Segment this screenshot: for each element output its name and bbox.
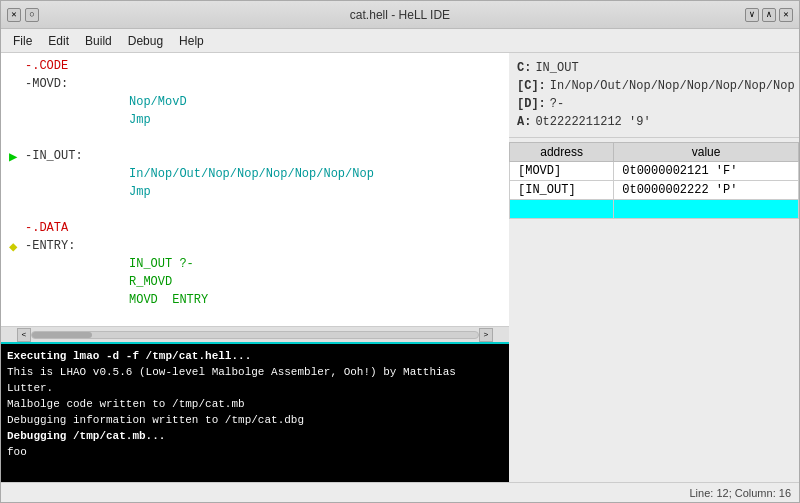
table-cell-addr-3	[510, 200, 614, 219]
info-row-a: A: 0t2222211212 '9'	[517, 113, 791, 131]
code-text-13: R_MOVD	[129, 275, 172, 289]
menu-build[interactable]: Build	[77, 32, 120, 50]
c-label: C:	[517, 59, 531, 77]
table-cell-addr-1: [MOVD]	[510, 162, 614, 181]
menu-debug[interactable]: Debug	[120, 32, 171, 50]
nav-button-2[interactable]: ∧	[762, 8, 776, 22]
right-panel: C: IN_OUT [C]: In/Nop/Out/Nop/Nop/Nop/No…	[509, 53, 799, 482]
table-row-1: [MOVD] 0t0000002121 'F'	[510, 162, 799, 181]
code-line-8: Jmp	[9, 183, 501, 201]
scroll-left-button[interactable]: <	[17, 328, 31, 342]
scroll-right-button[interactable]: >	[479, 328, 493, 342]
titlebar-right-buttons: ∨ ∧ ✕	[745, 8, 793, 22]
code-line-2: - MOVD:	[9, 75, 501, 93]
code-dash-6: -	[25, 149, 32, 163]
code-line-11: ◆ - ENTRY:	[9, 237, 501, 255]
code-text-8: Jmp	[129, 185, 151, 199]
code-line-10: - .DATA	[9, 219, 501, 237]
code-dash-11: -	[25, 239, 32, 253]
info-section: C: IN_OUT [C]: In/Nop/Out/Nop/Nop/Nop/No…	[509, 53, 799, 138]
code-dash-2: -	[25, 77, 32, 91]
scrollbar-thumb[interactable]	[32, 332, 92, 338]
console-output: Executing lmao -d -f /tmp/cat.hell... Th…	[7, 348, 503, 460]
menubar: File Edit Build Debug Help	[1, 29, 799, 53]
code-line-14: MOVD ENTRY	[9, 291, 501, 309]
info-row-c2: [C]: In/Nop/Out/Nop/Nop/Nop/Nop/Nop/Nop	[517, 77, 791, 95]
code-dot-10: -	[25, 221, 32, 235]
code-line-4: Jmp	[9, 111, 501, 129]
code-text-2: MOVD:	[32, 77, 68, 91]
d-value: ?-	[550, 95, 564, 113]
table-cell-val-1: 0t0000002121 'F'	[614, 162, 799, 181]
code-line-6: ▶ - IN_OUT:	[9, 147, 501, 165]
nav-button-3[interactable]: ✕	[779, 8, 793, 22]
menu-edit[interactable]: Edit	[40, 32, 77, 50]
info-row-c: C: IN_OUT	[517, 59, 791, 77]
main-window: ✕ ○ cat.hell - HeLL IDE ∨ ∧ ✕ File Edit …	[0, 0, 800, 503]
col-address: address	[510, 143, 614, 162]
arrow-yellow-icon: ◆	[9, 238, 25, 255]
code-line-3: Nop/MovD	[9, 93, 501, 111]
scrollbar-track[interactable]	[31, 331, 479, 339]
code-text-10: .DATA	[32, 221, 68, 235]
col-value: value	[614, 143, 799, 162]
menu-file[interactable]: File	[5, 32, 40, 50]
code-text-1: .CODE	[32, 59, 68, 73]
titlebar-buttons: ✕ ○	[7, 8, 39, 22]
code-text-7: In/Nop/Out/Nop/Nop/Nop/Nop/Nop/Nop	[129, 167, 374, 181]
table-row-3	[510, 200, 799, 219]
minimize-button[interactable]: ○	[25, 8, 39, 22]
code-line-9	[9, 201, 501, 219]
code-line-5	[9, 129, 501, 147]
titlebar: ✕ ○ cat.hell - HeLL IDE ∨ ∧ ✕	[1, 1, 799, 29]
code-line-13: R_MOVD	[9, 273, 501, 291]
code-line-7: In/Nop/Out/Nop/Nop/Nop/Nop/Nop/Nop	[9, 165, 501, 183]
c2-label: [C]:	[517, 77, 546, 95]
editor-scrollbar[interactable]: < >	[1, 326, 509, 342]
code-text-3: Nop/MovD	[129, 95, 187, 109]
table-cell-addr-2: [IN_OUT]	[510, 181, 614, 200]
table-cell-val-2: 0t0000002222 'P'	[614, 181, 799, 200]
nav-button-1[interactable]: ∨	[745, 8, 759, 22]
a-value: 0t2222211212 '9'	[535, 113, 650, 131]
table-row-2: [IN_OUT] 0t0000002222 'P'	[510, 181, 799, 200]
table-cell-val-3	[614, 200, 799, 219]
c2-value: In/Nop/Out/Nop/Nop/Nop/Nop/Nop/Nop	[550, 77, 795, 95]
code-editor[interactable]: - .CODE - MOVD: Nop/MovD Jmp	[1, 53, 509, 326]
code-text-6: IN_OUT:	[32, 149, 82, 163]
code-line-1: - .CODE	[9, 57, 501, 75]
statusbar: Line: 12; Column: 16	[1, 482, 799, 502]
close-button[interactable]: ✕	[7, 8, 21, 22]
code-text-4: Jmp	[129, 113, 151, 127]
c-value: IN_OUT	[535, 59, 578, 77]
arrow-green-icon: ▶	[9, 148, 25, 165]
code-text-11: ENTRY:	[32, 239, 75, 253]
window-title: cat.hell - HeLL IDE	[350, 8, 450, 22]
editor-and-console: - .CODE - MOVD: Nop/MovD Jmp	[1, 53, 509, 482]
info-row-d: [D]: ?-	[517, 95, 791, 113]
code-text-12: IN_OUT ?-	[129, 257, 194, 271]
code-text-14: MOVD ENTRY	[129, 293, 208, 307]
menu-help[interactable]: Help	[171, 32, 212, 50]
data-table: address value [MOVD] 0t0000002121 'F' [I…	[509, 142, 799, 219]
d-label: [D]:	[517, 95, 546, 113]
code-dot-1: -	[25, 59, 32, 73]
status-text: Line: 12; Column: 16	[689, 487, 791, 499]
a-label: A:	[517, 113, 531, 131]
console-panel[interactable]: Executing lmao -d -f /tmp/cat.hell... Th…	[1, 342, 509, 482]
main-content: - .CODE - MOVD: Nop/MovD Jmp	[1, 53, 799, 482]
data-table-container: address value [MOVD] 0t0000002121 'F' [I…	[509, 138, 799, 223]
code-line-12: IN_OUT ?-	[9, 255, 501, 273]
